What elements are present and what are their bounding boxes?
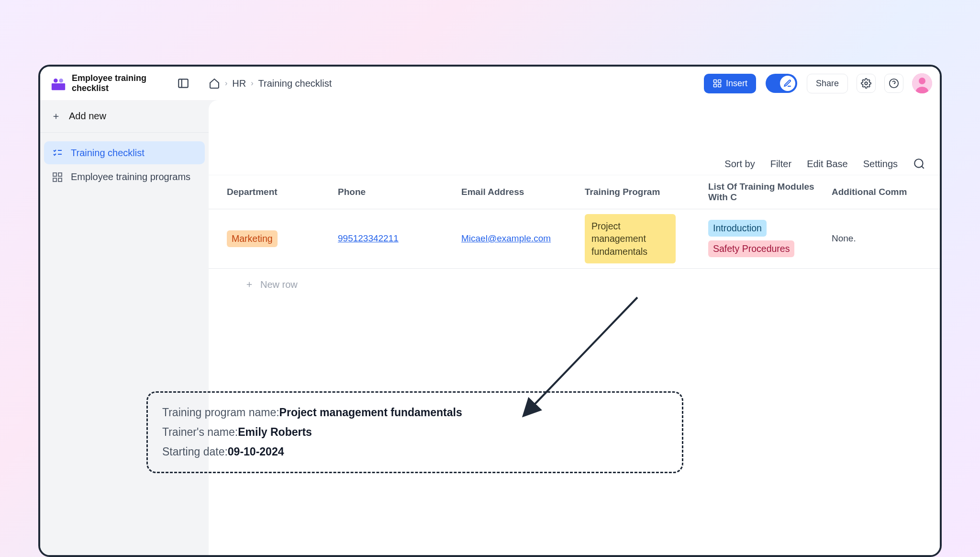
chevron-right-icon: ›: [251, 79, 253, 88]
svg-rect-16: [58, 178, 62, 182]
edit-mode-toggle[interactable]: [766, 74, 797, 93]
grid-icon: [52, 171, 63, 183]
table-toolbar: Sort by Filter Edit Base Settings: [209, 100, 940, 175]
svg-rect-14: [58, 173, 62, 176]
sort-by-button[interactable]: Sort by: [724, 159, 755, 170]
col-header-phone[interactable]: Phone: [333, 187, 457, 197]
svg-rect-0: [52, 83, 65, 90]
phone-link[interactable]: 995123342211: [338, 233, 399, 243]
plus-icon: [245, 280, 254, 289]
svg-rect-5: [718, 80, 721, 83]
svg-rect-6: [713, 84, 716, 87]
module-tag: Introduction: [708, 220, 767, 237]
training-program-tag: Project management fundamentals: [585, 214, 676, 263]
callout-label: Training program name:: [162, 406, 279, 419]
svg-point-1: [54, 79, 58, 83]
help-button[interactable]: [884, 74, 903, 93]
svg-rect-4: [713, 80, 716, 83]
checklist-icon: [52, 147, 63, 159]
callout-value: 09-10-2024: [228, 445, 284, 458]
callout-value: Emily Roberts: [238, 426, 312, 438]
detail-callout: Training program name:Project management…: [146, 391, 683, 473]
user-avatar[interactable]: [912, 73, 932, 93]
filter-button[interactable]: Filter: [770, 159, 791, 170]
svg-rect-15: [53, 178, 56, 182]
top-bar: Employee training checklist › HR › Train…: [40, 67, 940, 100]
col-header-modules[interactable]: List Of Training Modules With C: [703, 182, 827, 203]
email-link[interactable]: Micael@example.com: [461, 233, 551, 243]
insert-label: Insert: [726, 79, 747, 89]
add-new-label: Add new: [69, 111, 106, 122]
settings-gear-button[interactable]: [857, 74, 876, 93]
sidebar-item-training-checklist[interactable]: Training checklist: [44, 141, 205, 164]
sidebar-item-training-programs[interactable]: Employee training programs: [44, 165, 205, 189]
breadcrumb-level-1[interactable]: HR: [232, 78, 246, 89]
settings-button[interactable]: Settings: [863, 159, 898, 170]
col-header-email[interactable]: Email Address: [457, 187, 580, 197]
callout-label: Trainer's name:: [162, 426, 238, 438]
svg-rect-13: [53, 173, 56, 176]
svg-point-2: [59, 79, 63, 83]
widgets-icon: [713, 79, 722, 88]
sidebar-item-label: Training checklist: [71, 148, 145, 159]
new-row-label: New row: [260, 279, 298, 290]
svg-point-11: [919, 78, 925, 84]
col-header-department[interactable]: Department: [209, 187, 333, 197]
chevron-right-icon: ›: [225, 79, 227, 88]
share-button[interactable]: Share: [807, 74, 848, 93]
data-table: Department Phone Email Address Training …: [209, 175, 940, 301]
svg-rect-3: [178, 79, 188, 87]
svg-point-17: [914, 159, 923, 167]
search-icon[interactable]: [913, 158, 925, 170]
callout-label: Starting date:: [162, 445, 228, 458]
breadcrumb-level-2[interactable]: Training checklist: [258, 78, 332, 89]
col-header-training-program[interactable]: Training Program: [580, 187, 703, 197]
sidebar: Add new Training checklist Employee trai…: [40, 100, 209, 555]
svg-rect-7: [718, 84, 721, 87]
app-title: Employee training checklist: [72, 73, 153, 93]
home-icon[interactable]: [209, 78, 220, 89]
plus-icon: [52, 112, 60, 121]
col-header-comments[interactable]: Additional Comm: [827, 187, 932, 197]
sidebar-item-label: Employee training programs: [71, 171, 190, 183]
nav-list: Training checklist Employee training pro…: [40, 133, 209, 198]
sidebar-collapse-icon[interactable]: [177, 77, 189, 90]
department-tag: Marketing: [227, 230, 278, 247]
callout-value: Project management fundamentals: [279, 406, 462, 419]
insert-button[interactable]: Insert: [704, 74, 756, 93]
app-logo-icon: [50, 75, 67, 92]
breadcrumb: › HR › Training checklist: [209, 78, 332, 89]
edit-base-button[interactable]: Edit Base: [807, 159, 848, 170]
module-tag: Safety Procedures: [708, 240, 794, 257]
toggle-knob: [780, 76, 795, 91]
comments-cell: None.: [827, 233, 932, 244]
table-header-row: Department Phone Email Address Training …: [209, 175, 940, 209]
svg-point-8: [865, 82, 868, 85]
app-window: Employee training checklist › HR › Train…: [38, 65, 942, 557]
table-row[interactable]: Marketing 995123342211 Micael@example.co…: [209, 209, 940, 269]
add-new-button[interactable]: Add new: [40, 100, 209, 133]
